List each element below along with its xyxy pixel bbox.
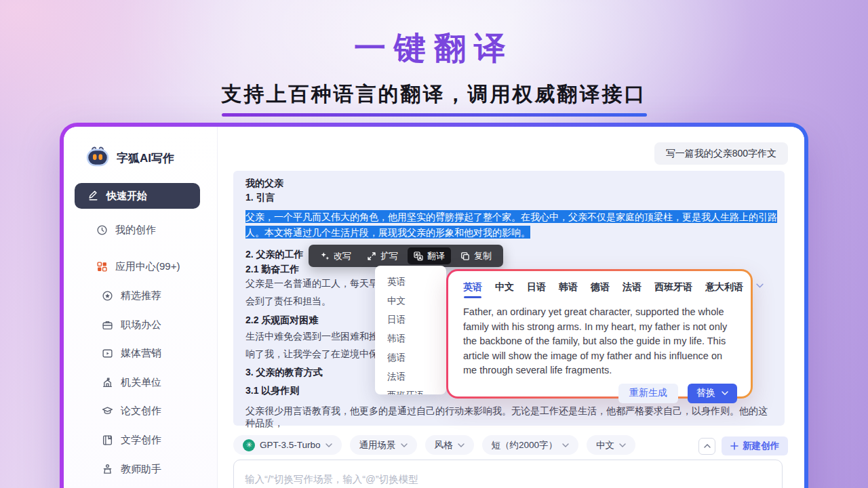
- sidebar-item-label: 机关单位: [121, 376, 161, 389]
- page-subtitle: 支持上百种语言的翻译，调用权威翻译接口: [222, 81, 647, 117]
- length-label: 短（约2000字）: [492, 439, 558, 451]
- rewrite-button[interactable]: 改写: [314, 247, 357, 264]
- tab-spanish[interactable]: 西班牙语: [654, 281, 692, 298]
- selection-toolbar: 改写 扩写 翻译: [309, 245, 503, 267]
- expand-label: 扩写: [380, 250, 398, 262]
- chevron-down-icon: [326, 443, 332, 447]
- tab-german[interactable]: 德语: [591, 281, 610, 298]
- regenerate-button[interactable]: 重新生成: [618, 384, 678, 403]
- chevron-down-icon: [722, 391, 728, 395]
- tab-chinese[interactable]: 中文: [495, 281, 514, 298]
- chevron-down-icon: [401, 443, 408, 447]
- right-controls: 新建创作: [698, 436, 788, 455]
- sidebar: 字狐AI写作 快速开始 我的创作: [64, 127, 218, 488]
- sidebar-item-office[interactable]: 职场办公: [102, 319, 161, 331]
- sidebar-item-label: 媒体营销: [121, 347, 161, 360]
- sidebar-item-literature[interactable]: 文学创作: [102, 434, 161, 447]
- sidebar-item-app-center[interactable]: 应用中心(99+): [96, 260, 180, 273]
- doc-paragraph: 父亲很少用言语教育我，他更多的是通过自己的行动来影响我。无论是工作还是生活，他都…: [245, 405, 774, 430]
- copy-button[interactable]: 复制: [454, 247, 498, 264]
- sidebar-item-paper[interactable]: 论文创作: [102, 405, 161, 418]
- tab-english[interactable]: 英语: [463, 281, 482, 298]
- magic-wand-icon: [320, 251, 330, 261]
- grid-icon: [96, 261, 108, 272]
- language-option-french[interactable]: 法语: [375, 367, 446, 386]
- language-option-korean[interactable]: 韩语: [375, 329, 446, 348]
- popup-actions: 重新生成 替换: [463, 384, 737, 403]
- chevron-down-icon: [562, 443, 569, 447]
- sidebar-item-label: 教师助手: [121, 463, 161, 476]
- generation-controls: ✳ GPT-3.5-Turbo 通用场景 风格: [233, 435, 635, 455]
- composer: [233, 460, 783, 488]
- doc-heading-1: 1. 引言: [245, 192, 774, 204]
- language-option-german[interactable]: 德语: [375, 348, 446, 367]
- translate-button[interactable]: 翻译: [408, 247, 451, 264]
- composer-input[interactable]: [245, 474, 771, 485]
- chevron-down-icon: [458, 443, 465, 447]
- translate-icon: [414, 251, 423, 261]
- style-selector[interactable]: 风格: [425, 435, 474, 455]
- sidebar-item-quick-start[interactable]: 快速开始: [75, 183, 200, 209]
- translate-label: 翻译: [427, 250, 445, 262]
- language-option-english[interactable]: 英语: [375, 272, 446, 291]
- tab-korean[interactable]: 韩语: [559, 281, 578, 298]
- chevron-up-icon: [704, 444, 711, 448]
- length-selector[interactable]: 短（约2000字）: [482, 435, 579, 455]
- replace-button[interactable]: 替换: [688, 384, 737, 403]
- page-title: 一键翻译: [0, 27, 868, 70]
- robot-mascot-icon: [85, 145, 110, 171]
- lectern-icon: [102, 464, 113, 475]
- sidebar-item-label: 论文创作: [121, 405, 161, 418]
- page-subtitle-text: 支持上百种语言的翻译，调用权威翻译接口: [222, 83, 647, 105]
- language-option-japanese[interactable]: 日语: [375, 310, 446, 329]
- copy-label: 复制: [474, 250, 492, 262]
- sidebar-item-teacher[interactable]: 教师助手: [102, 463, 161, 476]
- subtitle-row: 支持上百种语言的翻译，调用权威翻译接口: [0, 81, 868, 117]
- replace-label: 替换: [696, 387, 715, 399]
- tab-italian[interactable]: 意大利语: [705, 281, 743, 298]
- sidebar-item-label: 文学创作: [121, 434, 161, 447]
- collapse-button[interactable]: [698, 438, 715, 455]
- page: 一键翻译 支持上百种语言的翻译，调用权威翻译接口: [0, 0, 868, 488]
- video-icon: [102, 348, 113, 359]
- building-icon: [102, 377, 113, 388]
- language-option-chinese[interactable]: 中文: [375, 291, 446, 310]
- output-language-selector[interactable]: 中文: [587, 435, 635, 455]
- briefcase-icon: [102, 319, 113, 331]
- sidebar-item-label: 应用中心(99+): [115, 260, 180, 273]
- tab-japanese[interactable]: 日语: [527, 281, 546, 298]
- translation-result: Father, an ordinary yet great character,…: [463, 305, 737, 378]
- expand-arrows-icon: [367, 251, 376, 261]
- sidebar-item-featured[interactable]: 精选推荐: [102, 289, 161, 302]
- scene-selector[interactable]: 通用场景: [350, 435, 417, 455]
- user-prompt-chip: 写一篇我的父亲800字作文: [654, 142, 788, 165]
- style-label: 风格: [435, 439, 453, 451]
- language-dropdown: 英语 中文 日语 韩语 德语 法语 西班牙语: [375, 266, 446, 394]
- model-selector[interactable]: ✳ GPT-3.5-Turbo: [233, 435, 342, 455]
- expand-button[interactable]: 扩写: [361, 247, 404, 264]
- book-icon: [102, 434, 113, 446]
- sidebar-item-government[interactable]: 机关单位: [102, 376, 161, 389]
- tabs-chevron-down-icon[interactable]: [756, 281, 764, 288]
- new-creation-label: 新建创作: [743, 440, 779, 452]
- selected-paragraph[interactable]: 父亲，一个平凡而又伟大的角色，他用坚实的臂膀撑起了整个家。在我心中，父亲不仅是家…: [245, 209, 777, 240]
- subtitle-underline: [222, 113, 647, 117]
- scene-label: 通用场景: [359, 439, 396, 451]
- sidebar-item-label: 我的创作: [115, 224, 156, 237]
- app-logo: 字狐AI写作: [85, 145, 174, 171]
- clock-icon: [96, 224, 108, 236]
- doc-title: 我的父亲: [245, 178, 774, 190]
- sidebar-item-label: 精选推荐: [121, 289, 161, 302]
- star-badge-icon: [102, 290, 113, 302]
- new-creation-button[interactable]: 新建创作: [722, 436, 788, 455]
- language-option-spanish[interactable]: 西班牙语: [375, 386, 446, 394]
- tab-french[interactable]: 法语: [623, 281, 642, 298]
- sidebar-item-label: 快速开始: [106, 190, 147, 203]
- output-language-label: 中文: [596, 439, 614, 451]
- pencil-icon: [87, 189, 99, 203]
- sidebar-item-media[interactable]: 媒体营销: [102, 347, 161, 360]
- sidebar-item-my-creations[interactable]: 我的创作: [96, 224, 156, 237]
- chevron-down-icon: [619, 443, 626, 447]
- app-name: 字狐AI写作: [117, 150, 174, 166]
- text-selection: 父亲，一个平凡而又伟大的角色，他用坚实的臂膀撑起了整个家。在我心中，父亲不仅是家…: [245, 210, 777, 239]
